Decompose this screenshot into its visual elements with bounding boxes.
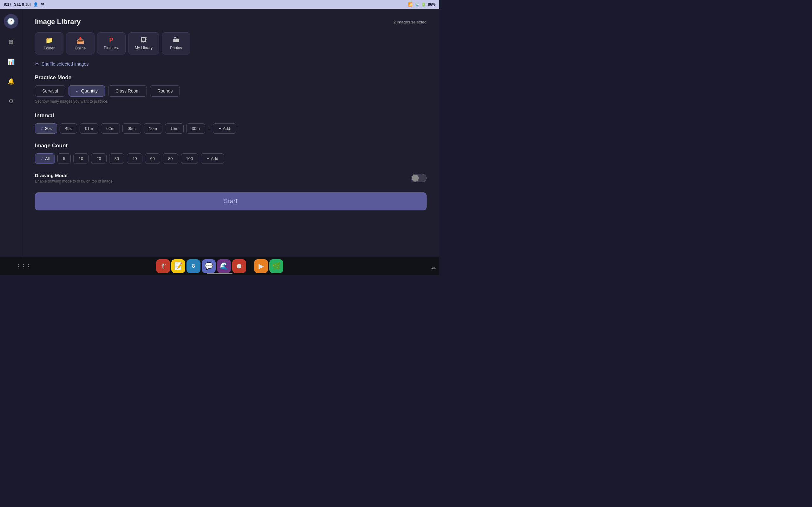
shuffle-label: Shuffle selected images [42, 61, 89, 66]
images-selected-status: 2 images selected [393, 20, 426, 24]
count-add-icon: + [207, 156, 209, 161]
interval-add-icon: + [219, 126, 221, 131]
status-left: 8:17 Sat, 8 Jul 👤 ✉ [4, 2, 44, 7]
start-button[interactable]: Start [35, 192, 426, 210]
count-add-label: Add [211, 156, 218, 161]
mode-btn-classroom[interactable]: Class Room [108, 85, 147, 97]
source-tab-my-library[interactable]: 🖼 My Library [128, 32, 159, 55]
edit-icon[interactable]: ✏ [432, 265, 436, 272]
sidebar: 🕐 🖼 📊 🔔 ⚙ [0, 9, 22, 257]
battery-icon: 🔋 [421, 2, 426, 7]
interval-chip-30m[interactable]: 30m [186, 123, 205, 134]
interval-chip-30s[interactable]: ✓ 30s [35, 123, 57, 134]
mode-btn-rounds[interactable]: Rounds [150, 85, 180, 97]
shuffle-row[interactable]: ✂ Shuffle selected images [35, 61, 426, 67]
interval-chip-45s[interactable]: 45s [60, 123, 77, 134]
count-chip-40[interactable]: 40 [127, 153, 142, 164]
taskbar-grid-icon[interactable]: ⋮⋮⋮ [16, 263, 31, 269]
count-chip-60[interactable]: 60 [145, 153, 160, 164]
status-person-icon: 👤 [33, 2, 38, 7]
taskbar-app-purple[interactable]: 🌊 [217, 259, 231, 273]
source-tab-my-library-label: My Library [135, 46, 153, 50]
content-header: Image Library 2 images selected [35, 18, 426, 26]
taskbar-app-yellow[interactable]: 📝 [171, 259, 185, 273]
count-chip-80[interactable]: 80 [163, 153, 178, 164]
taskbar-app-play[interactable]: ▶ [254, 259, 268, 273]
interval-chip-10m[interactable]: 10m [144, 123, 162, 134]
interval-chip-02m[interactable]: 02m [101, 123, 119, 134]
taskbar-app-record[interactable]: ⏺ [232, 259, 246, 273]
source-tab-folder-label: Folder [44, 46, 55, 50]
interval-add-label: Add [223, 126, 230, 131]
sidebar-item-bell[interactable]: 🔔 [5, 75, 17, 88]
source-tab-folder[interactable]: 📁 Folder [35, 32, 63, 55]
interval-chip-05m-label: 05m [128, 126, 136, 131]
count-chip-20[interactable]: 20 [91, 153, 106, 164]
sidebar-avatar[interactable]: 🕐 [4, 14, 18, 29]
drawing-mode-toggle[interactable] [411, 174, 426, 182]
toggle-knob [412, 175, 419, 181]
interval-title: Interval [35, 112, 426, 119]
count-chip-all-label: All [45, 156, 49, 161]
interval-chip-15m[interactable]: 15m [165, 123, 184, 134]
status-date: Sat, 8 Jul [14, 2, 31, 7]
taskbar-app-green[interactable]: 🌿 [269, 259, 283, 273]
count-chip-all[interactable]: ✓ All [35, 153, 55, 164]
taskbar: ⋮⋮⋮ 🗡 📝 8 💬 🌊 ⏺ ▶ 🌿 ✏ [0, 257, 439, 275]
count-chip-40-label: 40 [132, 156, 137, 161]
drawing-mode-hint: Enable drawing mode to draw on top of im… [35, 179, 113, 183]
interval-section: Interval ✓ 30s 45s 01m 02m 05m 10m 15m 3… [35, 112, 426, 134]
image-count-title: Image Count [35, 143, 426, 149]
interval-chip-10m-label: 10m [149, 126, 157, 131]
wifi-icon: 📡 [415, 2, 419, 7]
interval-chip-30m-label: 30m [192, 126, 200, 131]
taskbar-app-red[interactable]: 🗡 [156, 259, 170, 273]
quantity-check-icon: ✓ [76, 89, 79, 94]
content-area: Image Library 2 images selected 📁 Folder… [22, 9, 439, 257]
mode-buttons: Survival ✓ Quantity Class Room Rounds [35, 85, 426, 97]
taskbar-home-indicator [207, 273, 233, 274]
source-tab-pinterest[interactable]: P Pinterest [97, 32, 125, 55]
interval-chip-30s-label: 30s [45, 126, 52, 131]
interval-30s-check-icon: ✓ [40, 126, 44, 131]
count-chip-100[interactable]: 100 [181, 153, 199, 164]
mode-btn-quantity-label: Quantity [81, 89, 98, 94]
image-count-section: Image Count ✓ All 5 10 20 30 40 60 80 10… [35, 143, 426, 164]
source-tab-online[interactable]: 📥 Online [66, 32, 95, 55]
signal-icon: 📶 [408, 2, 413, 7]
interval-add-button[interactable]: + Add [213, 123, 236, 134]
photos-icon: 🏔 [173, 37, 179, 44]
mode-btn-survival[interactable]: Survival [35, 85, 65, 97]
interval-overflow-indicator: | [208, 126, 210, 131]
taskbar-divider [250, 261, 250, 271]
shuffle-icon: ✂ [35, 61, 39, 67]
status-right: 📶 📡 🔋 86% [408, 2, 436, 7]
count-chip-30[interactable]: 30 [109, 153, 124, 164]
taskbar-app-blue8[interactable]: 8 [187, 259, 200, 273]
count-add-button[interactable]: + Add [201, 153, 224, 164]
practice-mode-section: Practice Mode Survival ✓ Quantity Class … [35, 74, 426, 104]
interval-chip-45s-label: 45s [65, 126, 72, 131]
interval-chip-row: ✓ 30s 45s 01m 02m 05m 10m 15m 30m | + Ad… [35, 123, 426, 134]
mode-btn-quantity[interactable]: ✓ Quantity [68, 85, 105, 97]
practice-mode-title: Practice Mode [35, 74, 426, 81]
online-icon: 📥 [77, 37, 84, 44]
source-tab-photos[interactable]: 🏔 Photos [162, 32, 190, 55]
taskbar-app-chat[interactable]: 💬 [202, 259, 216, 273]
drawing-mode-row: Drawing Mode Enable drawing mode to draw… [35, 173, 426, 183]
source-tab-pinterest-label: Pinterest [104, 46, 119, 50]
interval-chip-01m[interactable]: 01m [80, 123, 98, 134]
interval-chip-05m[interactable]: 05m [122, 123, 141, 134]
sidebar-item-settings[interactable]: ⚙ [5, 95, 17, 107]
count-chip-5[interactable]: 5 [57, 153, 70, 164]
source-tabs: 📁 Folder 📥 Online P Pinterest 🖼 My Libra… [35, 32, 426, 55]
pinterest-icon: P [109, 37, 113, 44]
count-chip-80-label: 80 [168, 156, 172, 161]
interval-chip-01m-label: 01m [85, 126, 93, 131]
page-title: Image Library [35, 18, 81, 26]
main-layout: 🕐 🖼 📊 🔔 ⚙ Image Library 2 images selecte… [0, 9, 439, 257]
interval-chip-15m-label: 15m [170, 126, 178, 131]
sidebar-item-gallery[interactable]: 🖼 [5, 36, 17, 48]
count-chip-10[interactable]: 10 [73, 153, 89, 164]
sidebar-item-chart[interactable]: 📊 [5, 56, 17, 68]
